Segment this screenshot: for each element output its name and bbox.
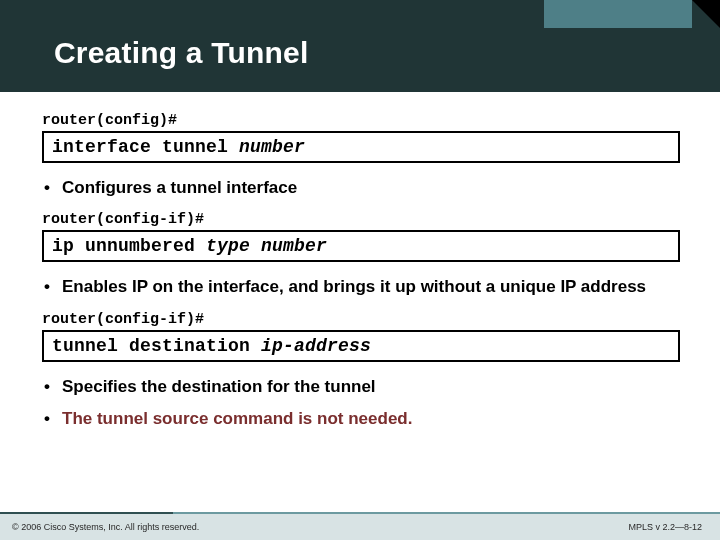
copyright-text: © 2006 Cisco Systems, Inc. All rights re… [12, 522, 199, 532]
slide: Creating a Tunnel router(config)# interf… [0, 0, 720, 540]
corner-notch-icon [692, 0, 720, 28]
content-area: router(config)# interface tunnel number … [0, 92, 720, 431]
bullet-item: Specifies the destination for the tunnel [42, 376, 680, 398]
command-text: interface tunnel [52, 137, 239, 157]
command-param: number [239, 137, 305, 157]
bullet-item-highlight: The tunnel source command is not needed. [42, 408, 680, 430]
bullet-list: Enables IP on the interface, and brings … [42, 276, 680, 298]
bullet-list: Configures a tunnel interface [42, 177, 680, 199]
cli-prompt: router(config-if)# [42, 211, 680, 228]
command-box: ip unnumbered type number [42, 230, 680, 262]
command-text: ip unnumbered [52, 236, 206, 256]
command-text: tunnel destination [52, 336, 261, 356]
page-title: Creating a Tunnel [54, 36, 309, 70]
command-param: type number [206, 236, 327, 256]
cli-prompt: router(config-if)# [42, 311, 680, 328]
header-accent-strip [544, 0, 692, 28]
command-param: ip-address [261, 336, 371, 356]
bullet-list: Specifies the destination for the tunnel… [42, 376, 680, 431]
command-box: interface tunnel number [42, 131, 680, 163]
footer-bar: © 2006 Cisco Systems, Inc. All rights re… [0, 514, 720, 540]
slide-number: MPLS v 2.2—8-12 [628, 522, 702, 532]
bullet-item: Enables IP on the interface, and brings … [42, 276, 680, 298]
cli-prompt: router(config)# [42, 112, 680, 129]
bullet-item: Configures a tunnel interface [42, 177, 680, 199]
command-box: tunnel destination ip-address [42, 330, 680, 362]
header-band: Creating a Tunnel [0, 0, 720, 92]
